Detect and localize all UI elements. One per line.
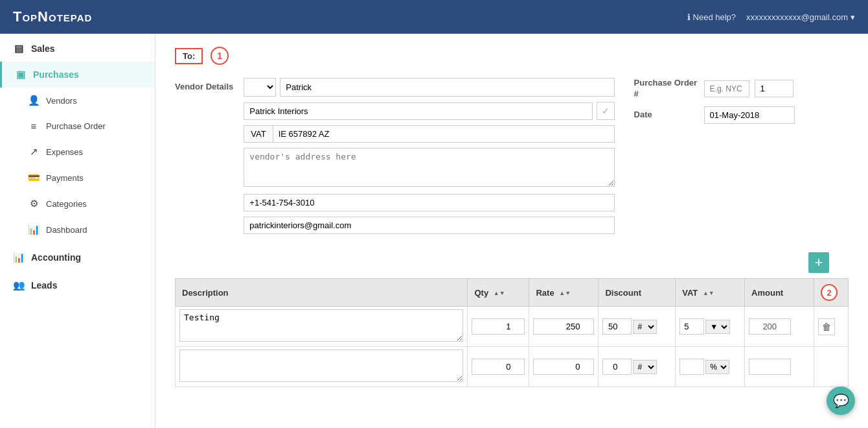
vendor-address-input[interactable]	[244, 148, 614, 187]
desc-input-2[interactable]	[179, 350, 463, 382]
vat-cell-2: %	[676, 347, 745, 387]
sidebar-item-purchases[interactable]: ▣ Purchases	[0, 62, 155, 88]
vendor-phone-input[interactable]	[244, 194, 614, 211]
vat-input-1[interactable]	[680, 318, 704, 335]
sidebar-payments-label: Payments	[46, 173, 84, 183]
vendor-fields: Mr Ms ✓ VAT	[244, 78, 614, 239]
sidebar-item-payments[interactable]: 💳 Payments	[0, 165, 155, 191]
sidebar-item-expenses[interactable]: ↗ Expenses	[0, 139, 155, 165]
delete-row-1-button[interactable]: 🗑	[818, 318, 835, 335]
po-prefix-input[interactable]	[704, 80, 749, 97]
po-number-row: Purchase Order #	[634, 78, 816, 100]
vat-sort[interactable]: ▲▼	[703, 291, 714, 296]
po-date-input[interactable]	[704, 106, 795, 124]
vat-group-2: %	[680, 359, 740, 375]
vendor-company-input[interactable]	[244, 102, 592, 120]
help-link[interactable]: ℹ Need help?	[687, 12, 737, 22]
to-box: To:	[175, 48, 203, 64]
discount-cell-1: # %	[599, 307, 676, 347]
sidebar-dashboard-label: Dashboard	[46, 225, 87, 235]
sidebar-item-sales[interactable]: ▤ Sales	[0, 34, 155, 62]
vat-cell-1: ▼	[676, 307, 745, 347]
step-2-indicator: 2	[821, 284, 838, 301]
step-1-indicator: 1	[211, 47, 229, 65]
amount-cell-1	[745, 307, 814, 347]
qty-input-1[interactable]	[472, 318, 525, 335]
expenses-icon: ↗	[28, 146, 40, 158]
desc-cell-1: Testing	[176, 307, 468, 347]
discount-group-2: # %	[602, 359, 671, 375]
rate-input-1[interactable]	[533, 318, 594, 335]
add-btn-row: +	[175, 252, 849, 273]
dashboard-icon: 📊	[28, 224, 40, 235]
content-area: To: 1 Vendor Details Mr Ms	[155, 34, 868, 428]
sidebar-item-purchase-order[interactable]: ≡ Purchase Order	[0, 113, 155, 139]
chat-bubble[interactable]: 💬	[827, 386, 855, 415]
rate-cell-1	[529, 307, 599, 347]
user-menu[interactable]: xxxxxxxxxxxxx@gmail.com ▾	[746, 12, 855, 22]
vat-label: VAT	[244, 125, 272, 143]
vat-type-select-2[interactable]: %	[705, 360, 729, 374]
vendor-name-input[interactable]	[280, 78, 614, 97]
vendor-email-input[interactable]	[244, 217, 614, 234]
categories-icon: ⚙	[28, 198, 40, 209]
vendor-top-row: Mr Ms	[244, 78, 614, 97]
discount-type-select-1[interactable]: # %	[633, 320, 657, 334]
amount-input-1[interactable]	[749, 318, 791, 335]
discount-input-1[interactable]	[602, 318, 632, 335]
help-label: Need help?	[693, 12, 737, 22]
discount-type-select-2[interactable]: # %	[633, 360, 657, 374]
payments-icon: 💳	[28, 172, 40, 184]
sidebar-purchases-label: Purchases	[33, 69, 79, 80]
rate-input-2[interactable]	[533, 359, 594, 375]
vendors-icon: 👤	[28, 95, 40, 106]
vendor-details-section: Vendor Details Mr Ms ✓	[175, 78, 615, 239]
col-description: Description	[176, 279, 468, 307]
vat-type-select-1[interactable]: ▼	[705, 320, 730, 334]
sidebar-accounting-label: Accounting	[31, 252, 81, 263]
leads-icon: 👥	[13, 279, 25, 291]
sidebar-leads-label: Leads	[31, 280, 57, 291]
sidebar-vendors-label: Vendors	[46, 96, 77, 106]
chat-icon: 💬	[833, 393, 849, 409]
sidebar-sales-label: Sales	[31, 43, 55, 54]
user-email: xxxxxxxxxxxxx@gmail.com	[746, 12, 848, 22]
sales-icon: ▤	[13, 43, 25, 54]
sidebar-item-accounting[interactable]: 📊 Accounting	[0, 243, 155, 270]
vendor-details-label: Vendor Details	[175, 82, 233, 91]
add-item-button[interactable]: +	[808, 252, 829, 273]
discount-input-2[interactable]	[602, 359, 632, 375]
sidebar-item-vendors[interactable]: 👤 Vendors	[0, 88, 155, 113]
main-content: To: 1 Vendor Details Mr Ms	[155, 34, 868, 428]
sidebar-item-categories[interactable]: ⚙ Categories	[0, 191, 155, 217]
to-row: To: 1	[175, 47, 849, 65]
col-discount: Discount	[599, 279, 676, 307]
vendor-title-select[interactable]: Mr Ms	[244, 78, 276, 97]
vat-number-input[interactable]	[273, 125, 615, 143]
col-action: 2	[814, 279, 849, 307]
action-cell-2	[814, 347, 849, 387]
chevron-down-icon: ▾	[851, 12, 855, 22]
table-row: # % %	[176, 347, 849, 387]
vat-input-2[interactable]	[680, 359, 704, 375]
po-label: Purchase Order #	[634, 78, 699, 100]
discount-group-1: # %	[602, 318, 671, 335]
rate-sort[interactable]: ▲▼	[559, 291, 571, 296]
sidebar-categories-label: Categories	[46, 199, 87, 209]
amount-input-2[interactable]	[749, 359, 791, 375]
purchases-icon: ▣	[15, 69, 27, 80]
qty-input-2[interactable]	[472, 359, 525, 375]
sidebar-item-dashboard[interactable]: 📊 Dashboard	[0, 217, 155, 243]
col-vat: VAT ▲▼	[676, 279, 745, 307]
form-row: Vendor Details Mr Ms ✓	[175, 78, 849, 239]
col-rate: Rate ▲▼	[529, 279, 599, 307]
po-number-input[interactable]	[755, 80, 794, 97]
app-logo: TopNotepad	[13, 8, 92, 25]
sidebar: ▤ Sales ▣ Purchases 👤 Vendors ≡ Purchase…	[0, 34, 155, 428]
help-icon: ℹ	[687, 12, 691, 22]
qty-sort[interactable]: ▲▼	[494, 291, 505, 296]
po-section: Purchase Order # Date	[634, 78, 816, 130]
verify-icon[interactable]: ✓	[597, 102, 615, 120]
sidebar-item-leads[interactable]: 👥 Leads	[0, 270, 155, 298]
desc-input-1[interactable]: Testing	[179, 309, 463, 342]
